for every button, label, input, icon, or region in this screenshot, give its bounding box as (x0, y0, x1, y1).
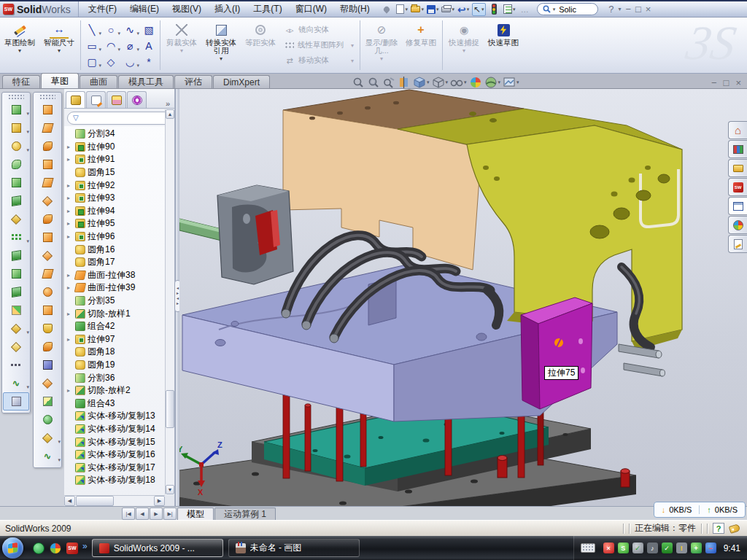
menu-item[interactable]: 视图(V) (166, 2, 208, 16)
configuration-manager-tab[interactable] (107, 91, 126, 108)
tray-icon[interactable]: S (618, 542, 629, 553)
tree-item[interactable]: ▸ 实体-移动/复制17 (66, 461, 174, 474)
scroll-down-icon[interactable]: ▼ (166, 485, 174, 494)
scroll-right-icon[interactable]: ▶ (154, 496, 165, 506)
expand-arrow-icon[interactable]: ▸ (67, 208, 73, 214)
design-library-tab[interactable] (728, 140, 747, 158)
zoom-to-fit-icon[interactable] (352, 76, 365, 89)
file-explorer-tab[interactable] (728, 159, 747, 177)
tray-icon[interactable]: + (691, 542, 702, 553)
edit-appearance-icon[interactable] (469, 76, 482, 89)
tray-icon[interactable]: ✓ (632, 542, 643, 553)
sketch-entity-button[interactable]: ▢ (82, 54, 101, 70)
ribbon-tab[interactable]: 曲面 (80, 75, 117, 88)
scroll-up-icon[interactable]: ▲ (166, 109, 174, 119)
surface-tool-button[interactable] (34, 101, 61, 119)
tab-next-button[interactable]: ▶ (150, 508, 163, 520)
convert-entities-button[interactable]: 转换实体引用▾ (201, 18, 241, 73)
tree-item[interactable]: ▸ 曲面-拉伸38 (66, 269, 174, 282)
zoom-to-area-icon[interactable] (367, 76, 380, 89)
sketch-entity-button[interactable]: ⌀ (120, 38, 139, 54)
rapid-sketch-button[interactable]: 快速草图 (484, 18, 523, 73)
surface-tool-button[interactable] (34, 119, 61, 137)
tree-item[interactable]: ▸ 拉伸93 (66, 192, 174, 205)
expand-arrow-icon[interactable]: ▸ (67, 272, 73, 279)
tree-item[interactable]: ▸ 拉伸94 (66, 205, 174, 218)
tray-icon[interactable]: × (603, 542, 614, 553)
surface-tool-button[interactable] (34, 246, 61, 265)
tree-horizontal-scrollbar[interactable]: ◀ ▶ (64, 495, 165, 506)
feature-tool-button[interactable] (3, 228, 29, 246)
open-file-button[interactable]: ▾ (411, 3, 425, 16)
menu-item[interactable]: 文件(F) (82, 2, 123, 16)
feature-tool-button[interactable] (3, 246, 29, 265)
tree-item[interactable]: ▸ 分割36 (66, 371, 174, 384)
menu-item[interactable]: 插入(I) (208, 2, 247, 16)
smart-dimension-button[interactable]: ↔ 智能尺寸▾ (39, 18, 79, 73)
tree-filter-box[interactable]: ▽ (67, 112, 171, 125)
quick-launch-chevron-icon[interactable]: » (82, 541, 88, 551)
linear-sketch-pattern-button[interactable]: 线性草图阵列 (285, 39, 354, 52)
start-button[interactable] (2, 537, 23, 559)
apply-scene-icon[interactable]: ▾ (484, 76, 501, 89)
menu-item[interactable]: 窗口(W) (289, 2, 333, 16)
taskbar-window-button[interactable]: 未命名 - 画图 (228, 539, 360, 557)
mirror-entities-button[interactable]: ◃▹ 镜向实体 (285, 23, 354, 37)
move-entities-button[interactable]: ⇄ 移动实体 (285, 54, 354, 68)
sketch-entity-button[interactable]: ╲ (82, 22, 101, 38)
quick-tips-icon[interactable]: ? (713, 523, 724, 534)
surface-tool-button[interactable] (34, 283, 61, 301)
feature-tool-button[interactable] (3, 356, 29, 374)
sketch-draw-button[interactable]: 草图绘制▾ (0, 18, 39, 73)
solidworks-store-tab[interactable]: SW (728, 178, 747, 196)
tree-item[interactable]: ▸ 实体-移动/复制15 (66, 435, 174, 448)
menu-item[interactable]: 工具(T) (247, 2, 288, 16)
solidworks-resources-tab[interactable]: ⌂ (728, 121, 747, 139)
surface-tool-button[interactable] (34, 174, 61, 192)
tree-item[interactable]: ▸ 拉伸90 (66, 141, 174, 154)
tree-item[interactable]: ▸ 圆角15 (66, 166, 174, 179)
tree-item[interactable]: ▸ 分割34 (66, 128, 174, 141)
sketch-entity-button[interactable]: ▧ (139, 22, 158, 38)
tab-prev-button[interactable]: ◀ (136, 508, 149, 520)
search-input[interactable] (557, 4, 592, 15)
save-button[interactable]: ▾ (426, 3, 440, 16)
feature-tool-button[interactable] (3, 155, 29, 174)
expand-arrow-icon[interactable]: ▸ (67, 156, 73, 163)
surface-tool-button[interactable] (34, 137, 61, 155)
help-dropdown[interactable]: ▾ (618, 6, 621, 12)
scroll-thumb[interactable] (166, 390, 174, 428)
surface-tool-button[interactable] (34, 374, 61, 392)
tree-item[interactable]: ▸ 圆角19 (66, 359, 174, 372)
tree-item[interactable]: ▸ 实体-移动/复制16 (66, 448, 174, 462)
sketch-entity-button[interactable]: ▭ (82, 38, 101, 54)
feature-tool-button[interactable] (3, 119, 29, 137)
expand-arrow-icon[interactable]: ▸ (67, 233, 73, 240)
feature-tool-button[interactable] (3, 137, 29, 155)
display-delete-relations-button[interactable]: ⊘ 显示/删除几...▾ (362, 18, 401, 73)
toolbar-overflow[interactable]: … (518, 3, 532, 16)
expand-arrow-icon[interactable]: ▸ (67, 311, 73, 317)
section-view-icon[interactable] (398, 76, 411, 89)
panel-chevron-icon[interactable]: » (163, 99, 173, 108)
solidworks-launcher-icon[interactable]: SW (66, 542, 78, 554)
expand-arrow-icon[interactable]: ▸ (67, 182, 73, 189)
ribbon-tab[interactable]: DimXpert (213, 75, 270, 88)
print-button[interactable]: ▾ (441, 3, 455, 16)
help-button[interactable]: ? (608, 4, 614, 15)
surface-tool-button[interactable] (34, 210, 61, 228)
quick-snaps-button[interactable]: ◉ 快速捕捉▾ (444, 18, 484, 73)
doc-minimize-button[interactable]: − (711, 77, 717, 88)
tree-item[interactable]: ▸ 拉伸91 (66, 153, 174, 166)
feature-tool-button[interactable] (3, 283, 29, 301)
tree-item[interactable]: ▸ 分割35 (66, 295, 174, 308)
sketch-entity-button[interactable]: * (139, 54, 158, 70)
expand-arrow-icon[interactable]: ▸ (67, 144, 73, 150)
feature-tool-button[interactable] (3, 192, 29, 210)
hide-show-items-icon[interactable]: ▾ (450, 76, 467, 89)
property-manager-tab[interactable] (86, 91, 106, 108)
tree-item[interactable]: ▸ 切除-放样2 (66, 384, 174, 397)
browser-icon[interactable] (50, 542, 61, 554)
tray-icon[interactable]: ✓ (662, 542, 673, 553)
expand-arrow-icon[interactable]: ▸ (67, 336, 73, 343)
